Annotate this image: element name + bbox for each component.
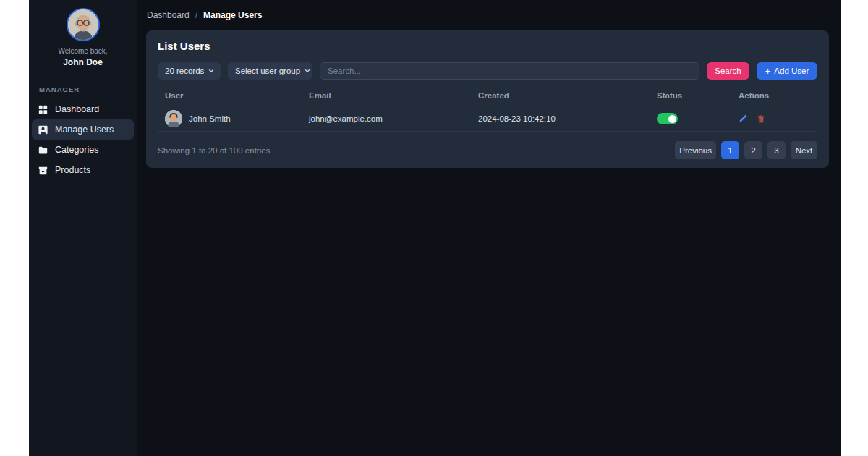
toggle-knob	[668, 115, 676, 123]
user-group-select-value: Select user group	[235, 67, 300, 75]
app-window: Welcome back, John Doe MANAGER Dashboard…	[29, 0, 841, 456]
edit-icon[interactable]	[739, 114, 747, 123]
chevron-down-icon	[208, 68, 214, 74]
username: John Doe	[29, 57, 137, 67]
folder-icon	[38, 145, 48, 155]
user-group-select[interactable]: Select user group	[228, 62, 312, 80]
list-users-card: List Users 20 records Select user group …	[146, 30, 829, 168]
user-email: john@example.com	[302, 106, 471, 132]
welcome-text: Welcome back,	[29, 47, 137, 55]
records-select[interactable]: 20 records	[158, 62, 221, 80]
breadcrumb-separator: /	[195, 10, 197, 20]
sidebar-item-manage-users[interactable]: Manage Users	[32, 119, 134, 140]
pagination: Previous 1 2 3 Next	[675, 141, 817, 159]
sidebar-item-products[interactable]: Products	[32, 160, 134, 180]
chevron-down-icon	[305, 68, 310, 74]
pagination-page-1[interactable]: 1	[721, 141, 739, 159]
archive-icon	[38, 166, 48, 175]
sidebar-item-dashboard[interactable]: Dashboard	[32, 99, 134, 119]
card-title: List Users	[158, 41, 817, 52]
sidebar-item-categories[interactable]: Categories	[32, 140, 134, 160]
breadcrumb-current: Manage Users	[203, 10, 262, 20]
status-toggle[interactable]	[657, 113, 678, 124]
records-select-value: 20 records	[165, 67, 204, 75]
plus-icon: +	[765, 67, 771, 76]
add-user-button[interactable]: + Add User	[757, 62, 817, 80]
column-header-actions: Actions	[731, 85, 817, 106]
user-cell: John Smith	[165, 110, 294, 127]
search-button[interactable]: Search	[707, 62, 749, 80]
row-avatar	[165, 110, 182, 127]
sidebar-divider	[29, 75, 137, 75]
pagination-page-3[interactable]: 3	[767, 141, 786, 159]
sidebar-section-label: MANAGER	[39, 85, 137, 93]
sidebar-item-label: Categories	[55, 145, 98, 155]
avatar-image	[68, 9, 98, 40]
main-content: Dashboard / Manage Users List Users 20 r…	[137, 0, 841, 456]
table-row: John Smith john@example.com 2024-08-23 1…	[158, 106, 817, 132]
pagination-previous[interactable]: Previous	[675, 141, 716, 159]
column-header-email: Email	[302, 85, 471, 106]
column-header-status: Status	[650, 85, 731, 106]
pagination-next[interactable]: Next	[791, 141, 817, 159]
toolbar: 20 records Select user group Search + Ad…	[158, 62, 817, 80]
column-header-created: Created	[471, 85, 650, 106]
search-input[interactable]	[320, 62, 699, 80]
column-header-user: User	[158, 85, 302, 106]
sidebar-nav: Dashboard Manage Users Categories Produc…	[29, 99, 137, 180]
user-created: 2024-08-23 10:42:10	[471, 106, 650, 132]
grid-icon	[38, 105, 48, 114]
sidebar-item-label: Products	[55, 165, 90, 175]
actions-cell	[739, 114, 810, 123]
user-avatar	[67, 8, 100, 41]
breadcrumb: Dashboard / Manage Users	[137, 0, 841, 20]
person-badge-icon	[38, 125, 48, 135]
entries-summary: Showing 1 to 20 of 100 entries	[158, 146, 270, 155]
add-user-label: Add User	[774, 67, 809, 75]
breadcrumb-dashboard[interactable]: Dashboard	[147, 10, 190, 20]
sidebar-item-label: Manage Users	[55, 124, 114, 135]
sidebar: Welcome back, John Doe MANAGER Dashboard…	[29, 0, 137, 456]
sidebar-item-label: Dashboard	[55, 104, 99, 114]
user-name: John Smith	[189, 114, 231, 123]
profile-section: Welcome back, John Doe	[29, 0, 137, 67]
pagination-page-2[interactable]: 2	[744, 141, 762, 159]
delete-icon[interactable]	[757, 114, 765, 123]
users-table: User Email Created Status Actions	[158, 85, 817, 132]
card-footer: Showing 1 to 20 of 100 entries Previous …	[158, 141, 817, 159]
